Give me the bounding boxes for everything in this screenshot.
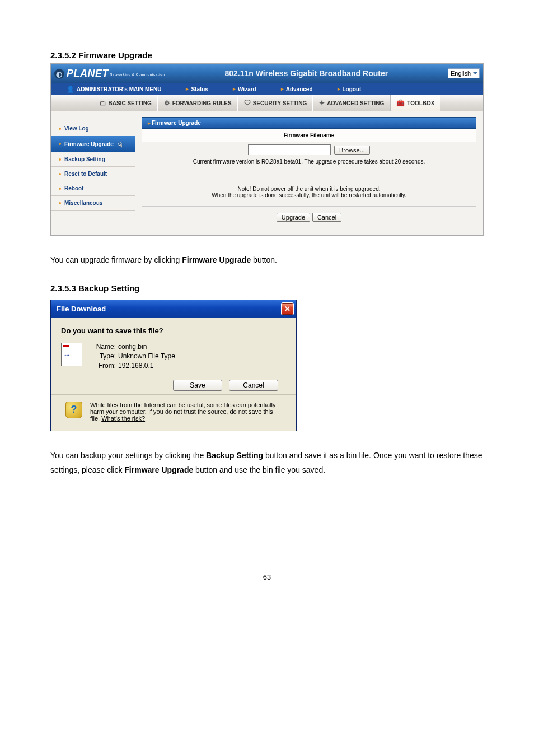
meta-type-value: Unknown File Type [118,352,175,360]
browse-button[interactable]: Browse... [334,146,370,155]
caret-icon: ▸ [186,86,189,92]
paragraph-firmware: You can upgrade firmware by clicking Fir… [50,253,484,268]
note-line-2: When the upgrade is done successfully, t… [142,192,476,198]
meta-from-value: 192.168.0.1 [118,362,175,370]
nav-advanced[interactable]: ▸Advanced [281,86,313,92]
firmware-filename-label: Firmware Filename [142,129,476,142]
folder-icon: 🗀 [100,99,106,107]
dialog-question: Do you want to save this file? [61,326,286,335]
nav-logout[interactable]: ▸Logout [338,86,362,92]
router-top-bar: ◐ PLANET Networking & Communication 802.… [51,64,483,83]
person-icon: 👤 [67,86,74,93]
file-icon [61,343,82,366]
admin-nav: 👤 ADMINISTRATOR's MAIN MENU ▸Status ▸Wiz… [51,83,483,95]
sidebar: View Log Firmware Upgrade☟ Backup Settin… [51,111,135,235]
sub-nav: 🗀BASIC SETTING ⚙FORWARDING RULES 🛡SECURI… [51,95,483,111]
tab-toolbox[interactable]: 🧰TOOLBOX [390,95,440,111]
sidebar-item-firmware-upgrade[interactable]: Firmware Upgrade☟ [51,136,135,152]
bullet-icon [59,143,61,145]
globe-icon: ◐ [54,69,64,79]
logo: ◐ PLANET Networking & Communication [54,68,165,80]
main-pane: ▸Firmware Upgrade Firmware Filename Brow… [135,111,483,235]
file-download-dialog: File Download ✕ Do you want to save this… [50,300,297,431]
sidebar-item-miscellaneous[interactable]: Miscellaneous [51,196,135,211]
whats-the-risk-link[interactable]: What's the risk? [101,415,145,422]
advanced-icon: ✦ [319,99,325,107]
toolbox-icon: 🧰 [396,99,405,107]
sidebar-item-reset-default[interactable]: Reset to Default [51,167,135,181]
tab-basic-setting[interactable]: 🗀BASIC SETTING [94,95,158,111]
bullet-icon [59,128,61,130]
router-screenshot: ◐ PLANET Networking & Communication 802.… [50,63,484,236]
logo-text: PLANET [67,68,109,80]
cancel-button[interactable]: Cancel [229,380,278,391]
paragraph-backup: You can backup your settings by clicking… [50,448,484,478]
admin-menu-title: 👤 ADMINISTRATOR's MAIN MENU [67,86,161,93]
logo-subtitle: Networking & Communication [110,73,165,76]
firmware-status: Current firmware version is R0.28a1 beta… [142,157,476,166]
meta-type-key: Type: [92,352,118,360]
firmware-file-input[interactable] [248,144,331,155]
caret-icon: ▸ [148,120,151,126]
router-title: 802.11n Wireless Gigabit Broadband Route… [165,69,448,78]
bullet-icon [59,188,61,190]
bullet-icon [59,158,61,161]
cancel-button[interactable]: Cancel [312,213,341,222]
close-icon: ✕ [284,305,291,313]
meta-from-key: From: [92,362,118,370]
sidebar-item-backup-setting[interactable]: Backup Setting [51,152,135,167]
divider [51,394,296,395]
caret-icon: ▸ [233,86,236,92]
sidebar-item-reboot[interactable]: Reboot [51,181,135,196]
tab-advanced-setting[interactable]: ✦ADVANCED SETTING [313,95,390,111]
tab-security-setting[interactable]: 🛡SECURITY SETTING [238,95,313,111]
file-metadata: Name: config.bin Type: Unknown File Type… [92,343,175,370]
language-select[interactable]: English [448,68,480,78]
section-heading: 2.3.5.2 Firmware Upgrade [50,50,484,60]
upgrade-button[interactable]: Upgrade [277,213,310,222]
note-line-1: Note! Do not power off the unit when it … [142,186,476,192]
tab-forwarding-rules[interactable]: ⚙FORWARDING RULES [158,95,238,111]
sidebar-item-view-log[interactable]: View Log [51,122,135,136]
bullet-icon [59,202,61,204]
nav-wizard[interactable]: ▸Wizard [233,86,256,92]
dialog-titlebar: File Download ✕ [51,300,296,318]
warning-text: While files from the Internet can be use… [90,402,284,422]
shield-icon: ? [65,402,82,418]
meta-name-key: Name: [92,343,118,351]
caret-icon: ▸ [281,86,284,92]
lock-icon: 🛡 [244,99,251,107]
close-button[interactable]: ✕ [281,302,294,315]
section-heading: 2.3.5.3 Backup Setting [50,283,484,293]
cursor-icon: ☟ [118,141,123,149]
nav-status[interactable]: ▸Status [186,86,208,92]
caret-icon: ▸ [338,86,340,92]
settings-icon: ⚙ [164,99,170,107]
bullet-icon [59,173,61,175]
dialog-title-text: File Download [57,305,281,313]
meta-name-value: config.bin [118,343,175,351]
save-button[interactable]: Save [173,380,222,391]
pane-title-bar: ▸Firmware Upgrade [142,117,476,129]
upgrade-notes: Note! Do not power off the unit when it … [142,166,476,198]
page-number: 63 [50,573,484,581]
